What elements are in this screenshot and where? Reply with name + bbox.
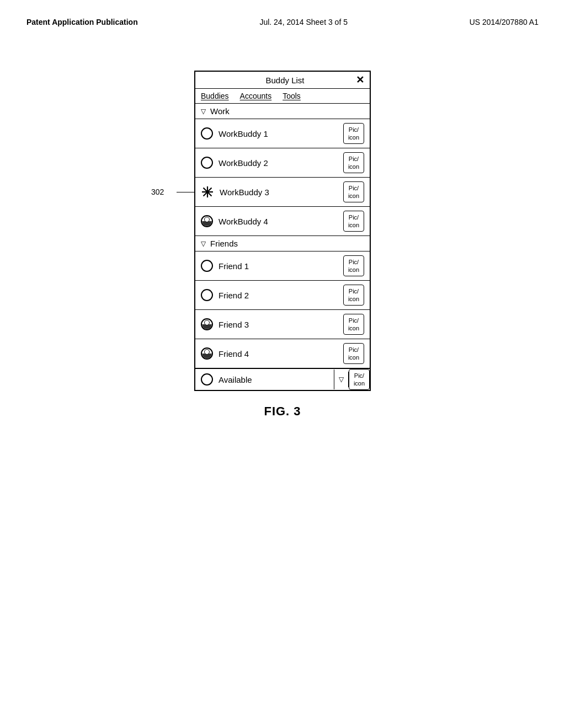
figure-label: FIG. 3 [264, 404, 301, 419]
buddy-row-friend1[interactable]: Friend 1 Pic/icon [195, 251, 370, 281]
status-pic-icon: Pic/icon [349, 369, 370, 390]
status-icon-available [201, 289, 213, 301]
patent-right-label: US 2014/207880 A1 [470, 18, 539, 26]
pic-icon: Pic/icon [343, 152, 364, 173]
buddy-name: Friend 4 [218, 349, 343, 358]
buddy-row-friend4[interactable]: Friend 4 Pic/icon [195, 339, 370, 368]
buddy-list-window: Buddy List ✕ Buddies Accounts Tools ▽ Wo… [194, 71, 371, 391]
group-header-work[interactable]: ▽ Work [195, 104, 370, 119]
buddy-name: WorkBuddy 3 [220, 188, 343, 197]
status-icon-blocked [201, 185, 214, 199]
group-label-friends: Friends [210, 239, 238, 248]
buddy-row-workbuddy1[interactable]: WorkBuddy 1 Pic/icon [195, 119, 370, 148]
group-triangle-friends: ▽ [201, 240, 206, 248]
pic-icon: Pic/icon [343, 255, 364, 276]
status-icon-available [201, 127, 213, 140]
menu-item-buddies[interactable]: Buddies [201, 92, 229, 100]
patent-left-label: Patent Application Publication [26, 18, 138, 26]
status-dropdown-button[interactable]: ▽ [334, 372, 349, 387]
buddy-row-workbuddy2[interactable]: WorkBuddy 2 Pic/icon [195, 148, 370, 178]
window-title: Buddy List [214, 76, 356, 85]
patent-center-label: Jul. 24, 2014 Sheet 3 of 5 [259, 18, 348, 26]
label-302: 302 [151, 188, 164, 196]
pic-icon: Pic/icon [343, 314, 364, 335]
status-left[interactable]: Available [195, 370, 334, 389]
group-header-friends[interactable]: ▽ Friends [195, 236, 370, 251]
status-icon-available [201, 260, 213, 272]
buddy-name: WorkBuddy 4 [218, 217, 343, 226]
buddy-name: Friend 1 [218, 261, 343, 271]
buddy-name: WorkBuddy 1 [218, 129, 343, 138]
status-icon-available [201, 157, 213, 169]
buddy-name: Friend 3 [218, 320, 343, 329]
buddy-name: WorkBuddy 2 [218, 158, 343, 168]
status-icon-away [201, 215, 213, 227]
pic-icon: Pic/icon [343, 285, 364, 306]
buddy-name: Friend 2 [218, 291, 343, 300]
pic-icon: Pic/icon [343, 343, 364, 364]
pic-icon: Pic/icon [343, 181, 364, 202]
status-icon-self [201, 373, 213, 386]
status-bar: Available ▽ Pic/icon [195, 368, 370, 390]
close-button[interactable]: ✕ [356, 75, 364, 85]
buddy-row-friend2[interactable]: Friend 2 Pic/icon [195, 281, 370, 310]
patent-header: Patent Application Publication Jul. 24, … [0, 0, 565, 26]
buddy-row-friend3[interactable]: Friend 3 Pic/icon [195, 310, 370, 339]
pic-icon: Pic/icon [343, 211, 364, 232]
label-302-line [177, 192, 195, 192]
status-label: Available [218, 375, 252, 384]
buddy-row-workbuddy3[interactable]: 302 WorkBuddy 3 Pic/icon [195, 178, 370, 207]
buddy-row-workbuddy4[interactable]: WorkBuddy 4 Pic/icon [195, 207, 370, 236]
main-content: Buddy List ✕ Buddies Accounts Tools ▽ Wo… [0, 71, 565, 419]
menu-bar: Buddies Accounts Tools [195, 89, 370, 104]
pic-icon: Pic/icon [343, 123, 364, 144]
menu-item-accounts[interactable]: Accounts [240, 92, 272, 100]
group-label-work: Work [210, 106, 230, 116]
title-bar: Buddy List ✕ [195, 72, 370, 89]
group-triangle-work: ▽ [201, 108, 206, 115]
menu-item-tools[interactable]: Tools [282, 92, 301, 100]
status-icon-away [201, 318, 213, 330]
status-icon-away [201, 347, 213, 360]
